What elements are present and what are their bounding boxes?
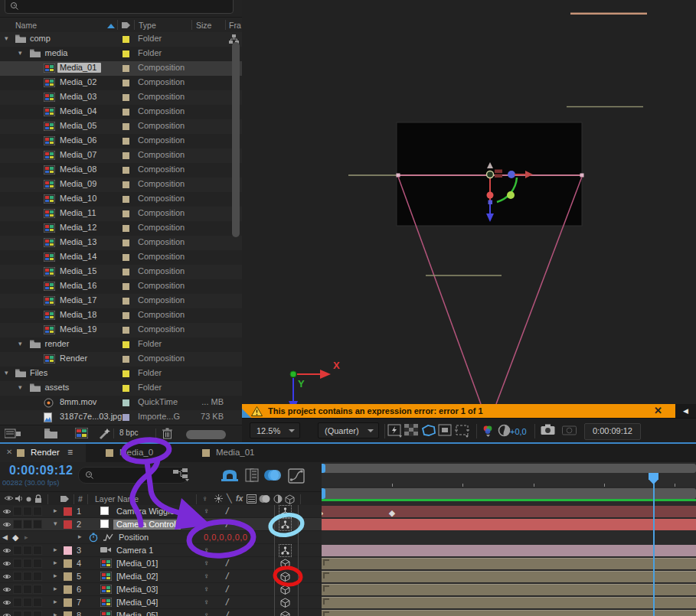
project-row[interactable]: 8mm.mov QuickTime ... MB bbox=[0, 396, 242, 410]
label-color-swatch[interactable] bbox=[123, 167, 129, 174]
video-column-icon[interactable] bbox=[4, 494, 14, 502]
layer-name[interactable]: Camera Wiggle bbox=[116, 507, 175, 516]
label-column-icon[interactable] bbox=[121, 21, 131, 30]
layer-bar-row[interactable] bbox=[322, 609, 696, 616]
project-row[interactable]: Render Composition bbox=[0, 352, 242, 367]
timeline-layer-row[interactable]: ▸ 4 [Media_01] ♀ / bbox=[0, 557, 322, 570]
project-row[interactable]: ▾ comp Folder bbox=[0, 32, 242, 47]
expand-arrow-icon[interactable]: ▸ bbox=[54, 611, 57, 616]
3d-layer-switch-icon[interactable] bbox=[285, 494, 295, 504]
project-row[interactable]: Media_03 Composition bbox=[0, 90, 242, 105]
adjustment-layer-switch-icon[interactable] bbox=[273, 494, 283, 504]
label-color-swatch[interactable] bbox=[123, 399, 129, 406]
item-name[interactable]: Media_08 bbox=[60, 165, 96, 174]
timeline-graph-area[interactable]: ◆ ◆ bbox=[322, 462, 696, 616]
label-color-swatch[interactable] bbox=[123, 65, 129, 72]
label-color-swatch[interactable] bbox=[123, 269, 129, 275]
layer-duration-bar[interactable] bbox=[322, 545, 696, 556]
label-color-swatch[interactable] bbox=[64, 585, 72, 594]
project-row[interactable]: ▾ assets Folder bbox=[0, 381, 242, 396]
3d-cube-icon[interactable] bbox=[280, 611, 290, 616]
project-row[interactable]: Media_06 Composition bbox=[0, 134, 242, 148]
lock-toggle[interactable] bbox=[33, 520, 42, 529]
layer-duration-bar[interactable] bbox=[322, 506, 696, 517]
label-color-swatch[interactable] bbox=[123, 94, 129, 101]
label-color-swatch[interactable] bbox=[64, 611, 72, 616]
close-icon[interactable]: ✕ bbox=[654, 405, 662, 416]
timeline-layer-row[interactable]: ▸ 7 [Media_04] ♀ / bbox=[0, 596, 322, 609]
solo-toggle[interactable] bbox=[23, 520, 32, 529]
layer-name[interactable]: Camera 1 bbox=[116, 546, 153, 555]
timeline-layer-row[interactable]: ▸ 5 [Media_02] ♀ / bbox=[0, 570, 322, 583]
plane-vertex-left[interactable] bbox=[397, 174, 400, 178]
region-of-interest-icon[interactable] bbox=[438, 424, 455, 439]
item-name[interactable]: Media_09 bbox=[60, 179, 96, 188]
tab-media-0[interactable]: Media_0 bbox=[100, 444, 184, 462]
project-row[interactable]: Media_13 Composition bbox=[0, 236, 242, 250]
chevron-down-icon[interactable]: ▾ bbox=[5, 369, 8, 376]
chevron-down-icon[interactable]: ▾ bbox=[18, 49, 22, 57]
sort-ascending-icon[interactable] bbox=[107, 24, 115, 28]
layer-duration-bar[interactable] bbox=[322, 519, 696, 530]
solo-column-icon[interactable] bbox=[26, 497, 31, 502]
item-name[interactable]: render bbox=[45, 339, 70, 348]
3d-cube-icon[interactable] bbox=[280, 572, 290, 582]
frame-blending-icon[interactable] bbox=[245, 468, 259, 482]
label-column-icon[interactable] bbox=[60, 494, 70, 504]
green-handle[interactable] bbox=[507, 191, 515, 199]
item-name[interactable]: Media_12 bbox=[60, 223, 96, 232]
item-name[interactable]: Media_05 bbox=[60, 121, 96, 130]
visibility-toggle[interactable] bbox=[2, 560, 11, 567]
project-row[interactable]: Media_04 Composition bbox=[0, 105, 242, 119]
preview-time-display[interactable]: 0:00:09:12 bbox=[584, 423, 641, 440]
layer-name[interactable]: [Media_02] bbox=[116, 572, 158, 581]
column-name[interactable]: Name bbox=[15, 21, 37, 30]
audio-toggle[interactable] bbox=[13, 572, 22, 581]
audio-toggle[interactable] bbox=[13, 507, 22, 516]
label-color-swatch[interactable] bbox=[123, 385, 129, 392]
label-color-swatch[interactable] bbox=[123, 181, 129, 188]
anchor-switch[interactable]: ♀ bbox=[204, 546, 210, 554]
lock-toggle[interactable] bbox=[33, 546, 42, 555]
item-name[interactable]: Media_06 bbox=[60, 135, 96, 145]
new-composition-icon[interactable] bbox=[75, 428, 88, 438]
parent-link-icon[interactable] bbox=[280, 507, 290, 517]
show-snapshot-icon[interactable] bbox=[562, 424, 579, 439]
work-area-start-handle[interactable] bbox=[322, 488, 325, 499]
tab-media-01[interactable]: Media_01 bbox=[196, 444, 280, 462]
item-name[interactable]: Media_18 bbox=[60, 310, 96, 319]
effects-switch-icon[interactable]: fx bbox=[236, 494, 243, 503]
expression-graph-icon[interactable] bbox=[103, 533, 113, 541]
column-type[interactable]: Type bbox=[139, 21, 156, 30]
exposure-value[interactable]: +0,0 bbox=[510, 427, 527, 436]
item-name[interactable]: Media_11 bbox=[60, 208, 96, 217]
audio-toggle[interactable] bbox=[13, 585, 22, 594]
layer-name[interactable]: [Media_04] bbox=[116, 598, 158, 607]
visibility-toggle[interactable] bbox=[2, 573, 11, 580]
3d-cube-icon[interactable] bbox=[280, 598, 290, 608]
visibility-toggle[interactable] bbox=[2, 521, 11, 528]
layer-duration-bar[interactable] bbox=[322, 571, 696, 582]
plane-vertex-right[interactable] bbox=[580, 174, 584, 178]
collapse-arrow-icon[interactable]: ▾ bbox=[54, 520, 57, 527]
lock-toggle[interactable] bbox=[33, 507, 42, 516]
playhead-line[interactable] bbox=[653, 473, 655, 616]
item-name[interactable]: Media_03 bbox=[60, 92, 96, 101]
project-row[interactable]: ▾ media Folder bbox=[0, 47, 242, 61]
layer-duration-bar[interactable] bbox=[322, 610, 696, 616]
layer-bar-row[interactable] bbox=[322, 544, 696, 557]
label-color-swatch[interactable] bbox=[123, 240, 129, 246]
item-name[interactable]: Media_07 bbox=[60, 150, 96, 159]
audio-column-icon[interactable] bbox=[15, 494, 24, 503]
viewer-canvas[interactable]: X Y bbox=[242, 0, 696, 404]
error-prev-button[interactable]: ◀ bbox=[675, 404, 696, 418]
quality-switch[interactable]: / bbox=[226, 506, 228, 517]
item-name[interactable]: Media_16 bbox=[60, 281, 96, 290]
zoom-level-dropdown[interactable]: 12.5% bbox=[250, 422, 300, 438]
lock-column-icon[interactable] bbox=[34, 494, 42, 503]
layer-bar-row[interactable] bbox=[322, 583, 696, 596]
prev-keyframe-button[interactable]: ◀ bbox=[2, 533, 8, 541]
label-color-swatch[interactable] bbox=[123, 414, 129, 421]
label-color-swatch[interactable] bbox=[123, 196, 129, 203]
guides-safe-areas-icon[interactable] bbox=[455, 424, 472, 439]
